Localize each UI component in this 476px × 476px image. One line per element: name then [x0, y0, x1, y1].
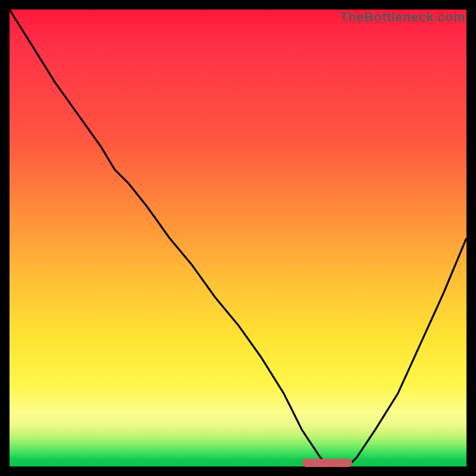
curve-path — [10, 10, 466, 466]
chart-plot-area: TheBottleneck.com — [10, 10, 466, 466]
chart-frame: TheBottleneck.com — [0, 0, 476, 476]
sweet-spot-marker — [302, 459, 352, 467]
bottleneck-curve — [10, 10, 466, 466]
